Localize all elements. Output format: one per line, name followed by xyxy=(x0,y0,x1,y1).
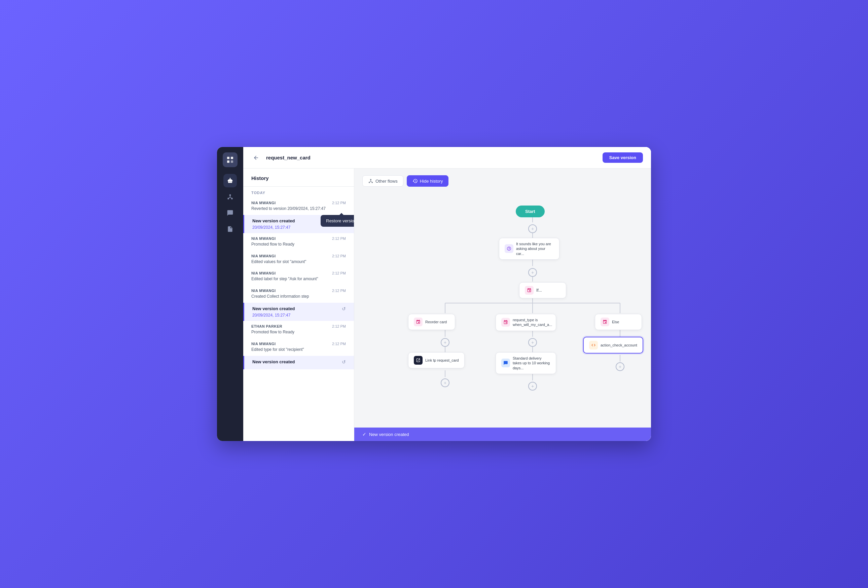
question-node[interactable]: It sounds like you are asking about your… xyxy=(499,238,559,260)
flow-diagram: Start + It sounds like you are asking ab… xyxy=(354,192,651,427)
app-window: request_new_card Save version History TO… xyxy=(217,147,651,441)
add-button-2[interactable]: + xyxy=(528,268,537,277)
delivery-node[interactable]: Standard delivery takes up to 10 working… xyxy=(496,352,556,374)
history-action-4: Created Collect information step xyxy=(251,294,346,299)
body-split: History TODAY NIA MWANGI 2:12 PM Reverte… xyxy=(243,168,651,441)
add-button-center[interactable]: + xyxy=(528,338,537,347)
requesttype-node[interactable]: request_type is when_will_my_card_a... xyxy=(496,314,556,331)
sidebar-icon-bot[interactable] xyxy=(223,174,237,187)
other-flows-button[interactable]: Other flows xyxy=(362,175,403,187)
version-label-0: New version created xyxy=(252,218,295,223)
history-action-0: Reverted to version 20/09/2024, 15:27:47 xyxy=(251,206,346,212)
version-date-1: 20/09/2024, 15:27:47 xyxy=(252,313,346,318)
delivery-icon xyxy=(501,358,510,367)
status-bar-message: New version created xyxy=(369,432,409,437)
history-title: History xyxy=(243,168,354,185)
restore-icon-1[interactable]: ↺ xyxy=(342,306,346,311)
version-label-2: New version created xyxy=(252,359,295,364)
history-action-5: Promoted flow to Ready xyxy=(251,329,346,335)
restore-icon-2[interactable]: ↺ xyxy=(342,359,346,365)
link-icon xyxy=(414,356,422,365)
svg-rect-3 xyxy=(231,161,233,163)
history-item-2[interactable]: NIA MWANGI 2:12 PM Edited values for slo… xyxy=(243,251,354,268)
history-time-3: 2:12 PM xyxy=(332,271,346,275)
question-icon xyxy=(505,244,514,253)
reorder-icon xyxy=(414,318,422,326)
sidebar-icon-document[interactable] xyxy=(223,223,237,236)
history-author-1: NIA MWANGI xyxy=(251,236,276,240)
history-version-block-1[interactable]: New version created ↺ 20/09/2024, 15:27:… xyxy=(243,303,354,321)
add-button-left[interactable]: + xyxy=(441,338,449,347)
history-version-block-2[interactable]: New version created ↺ xyxy=(243,356,354,369)
history-action-3: Edited label for step "Ask for amount" xyxy=(251,276,346,282)
back-button[interactable] xyxy=(251,153,261,162)
history-author-5: ETHAN PARKER xyxy=(251,324,282,328)
start-node[interactable]: Start xyxy=(516,202,545,221)
link-text: Link tp request_card xyxy=(425,358,459,362)
action-text: action_check_account xyxy=(601,343,637,347)
sidebar xyxy=(217,147,243,441)
history-panel: History TODAY NIA MWANGI 2:12 PM Reverte… xyxy=(243,168,354,441)
hide-history-button[interactable]: Hide history xyxy=(407,175,449,187)
delivery-text: Standard delivery takes up to 10 working… xyxy=(513,356,551,370)
header: request_new_card Save version xyxy=(243,147,651,168)
requesttype-text: request_type is when_will_my_card_a... xyxy=(513,318,552,327)
history-author-0: NIA MWANGI xyxy=(251,201,276,205)
start-label: Start xyxy=(516,206,545,217)
history-author-6: NIA MWANGI xyxy=(251,342,276,346)
history-time-0: 2:12 PM xyxy=(332,201,346,205)
else-icon xyxy=(601,318,609,326)
if-node[interactable]: If... xyxy=(519,282,566,298)
add-button-bottom-left[interactable]: + xyxy=(441,379,449,387)
sidebar-icon-chat[interactable] xyxy=(223,206,237,220)
version-label-1: New version created xyxy=(252,306,295,311)
history-item-6[interactable]: NIA MWANGI 2:12 PM Edited type for slot … xyxy=(243,338,354,356)
history-time-4: 2:12 PM xyxy=(332,289,346,293)
history-item-1[interactable]: NIA MWANGI 2:12 PM Promoted flow to Read… xyxy=(243,233,354,251)
history-author-2: NIA MWANGI xyxy=(251,254,276,258)
svg-rect-1 xyxy=(231,157,233,159)
canvas-toolbar: Other flows Hide history xyxy=(362,175,449,187)
history-time-2: 2:12 PM xyxy=(332,254,346,258)
action-node[interactable]: action_check_account xyxy=(583,337,643,354)
flow-svg xyxy=(354,192,651,427)
history-item-4[interactable]: NIA MWANGI 2:12 PM Created Collect infor… xyxy=(243,285,354,303)
question-text: It sounds like you are asking about your… xyxy=(516,242,554,256)
history-time-5: 2:12 PM xyxy=(332,324,346,328)
history-day-label: TODAY xyxy=(243,188,354,197)
history-author-4: NIA MWANGI xyxy=(251,289,276,293)
status-bar-icon: ✓ xyxy=(362,432,366,437)
if-icon xyxy=(525,286,534,295)
history-action-1: Promoted flow to Ready xyxy=(251,242,346,247)
else-node[interactable]: Else xyxy=(595,314,642,330)
svg-rect-0 xyxy=(227,157,229,159)
restore-version-tooltip[interactable]: Restore version xyxy=(320,215,354,227)
history-time-6: 2:12 PM xyxy=(332,342,346,346)
save-version-button[interactable]: Save version xyxy=(602,152,643,163)
history-action-2: Edited values for slot "amount" xyxy=(251,259,346,265)
page-title: request_new_card xyxy=(266,155,597,161)
reorder-text: Reorder card xyxy=(425,320,447,324)
canvas-area: Other flows Hide history xyxy=(354,168,651,441)
reorder-node[interactable]: Reorder card xyxy=(408,314,455,330)
main-content: request_new_card Save version History TO… xyxy=(243,147,651,441)
sidebar-icon-flow[interactable] xyxy=(223,190,237,203)
add-button-1[interactable]: + xyxy=(528,224,537,233)
history-action-6: Edited type for slot "recipient" xyxy=(251,347,346,352)
action-icon xyxy=(589,341,598,349)
add-button-bottom-right[interactable]: + xyxy=(616,362,624,371)
status-bar: ✓ New version created xyxy=(354,427,651,441)
history-author-3: NIA MWANGI xyxy=(251,271,276,275)
requesttype-icon xyxy=(501,318,510,327)
sidebar-logo xyxy=(223,152,238,167)
svg-rect-2 xyxy=(227,161,229,163)
history-item-0[interactable]: NIA MWANGI 2:12 PM Reverted to version 2… xyxy=(243,197,354,215)
if-text: If... xyxy=(536,288,542,293)
history-item-5[interactable]: ETHAN PARKER 2:12 PM Promoted flow to Re… xyxy=(243,321,354,338)
else-text: Else xyxy=(612,320,619,324)
history-item-3[interactable]: NIA MWANGI 2:12 PM Edited label for step… xyxy=(243,268,354,285)
link-node[interactable]: Link tp request_card xyxy=(408,352,465,368)
add-button-bottom-center[interactable]: + xyxy=(528,382,537,391)
history-time-1: 2:12 PM xyxy=(332,236,346,240)
